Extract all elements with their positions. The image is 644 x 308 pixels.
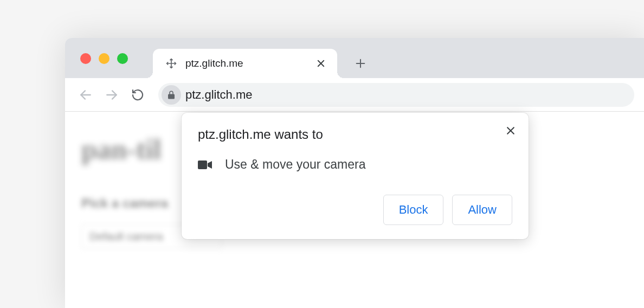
prompt-title: ptz.glitch.me wants to [198,127,512,142]
minimize-window-button[interactable] [99,53,110,64]
svg-rect-10 [198,161,207,169]
forward-button[interactable] [101,84,123,106]
new-tab-button[interactable] [349,52,372,75]
prompt-actions: Block Allow [198,195,512,225]
close-prompt-icon[interactable] [503,123,519,139]
permission-row: Use & move your camera [198,157,512,172]
address-bar[interactable]: ptz.glitch.me [158,83,634,107]
browser-window: ptz.glitch.me [65,38,644,308]
tab-title: ptz.glitch.me [185,57,287,69]
permission-text: Use & move your camera [225,157,365,172]
toolbar: ptz.glitch.me [65,78,644,112]
close-tab-icon[interactable] [314,57,327,70]
reload-button[interactable] [127,84,149,106]
block-button[interactable]: Block [383,195,444,225]
url-text: ptz.glitch.me [185,88,253,102]
move-icon [165,57,178,70]
tab-bar: ptz.glitch.me [65,38,644,78]
permission-prompt: ptz.glitch.me wants to Use & move your c… [182,113,529,239]
maximize-window-button[interactable] [117,53,128,64]
close-window-button[interactable] [80,53,91,64]
allow-button[interactable]: Allow [452,195,512,225]
browser-tab[interactable]: ptz.glitch.me [153,49,337,78]
camera-select-value: Default camera [89,230,163,243]
window-controls [80,53,128,64]
lock-icon[interactable] [162,85,181,105]
back-button[interactable] [75,84,96,106]
page-content: pan-til Pick a camera Default camera ptz… [65,112,644,308]
camera-icon [198,158,212,172]
